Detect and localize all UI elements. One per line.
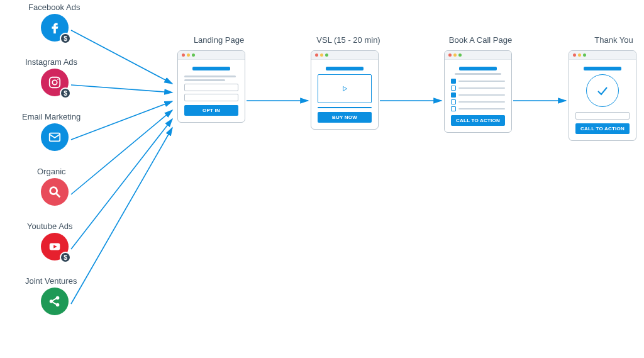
- success-check-icon: [586, 74, 619, 107]
- source-label-share: Joint Ventures: [25, 276, 77, 286]
- search-icon: [41, 178, 69, 206]
- source-label-instagram: Instagram Ads: [25, 57, 77, 67]
- source-label-facebook: Facebook Ads: [28, 3, 80, 12]
- label-thanks: Thank You: [576, 35, 644, 45]
- thanks-button: CALL TO ACTION: [575, 123, 630, 134]
- source-label-email: Email Marketing: [22, 112, 80, 121]
- instagram-icon: $: [41, 69, 69, 96]
- source-label-search: Organic: [37, 167, 66, 176]
- youtube-icon: $: [41, 233, 69, 260]
- label-landing: Landing Page: [181, 35, 257, 45]
- page-landing: OPT IN: [177, 50, 245, 123]
- buynow-button: BUY NOW: [318, 112, 372, 123]
- svg-line-0: [71, 30, 172, 84]
- page-vsl: BUY NOW: [311, 50, 379, 130]
- label-vsl: VSL (15 - 20 min): [311, 35, 386, 45]
- svg-line-2: [71, 101, 172, 140]
- dollar-badge: $: [60, 87, 71, 99]
- book-button: CALL TO ACTION: [451, 115, 505, 126]
- svg-line-5: [71, 128, 172, 304]
- share-icon: [41, 288, 69, 315]
- optin-button: OPT IN: [184, 105, 238, 116]
- email-icon: [41, 123, 69, 151]
- svg-line-1: [71, 85, 172, 92]
- dollar-badge: $: [60, 252, 71, 263]
- svg-point-17: [56, 296, 60, 300]
- svg-point-11: [57, 79, 58, 80]
- svg-line-14: [57, 194, 60, 198]
- svg-point-10: [52, 80, 57, 84]
- svg-line-4: [71, 119, 172, 249]
- svg-point-16: [50, 299, 53, 303]
- source-label-youtube: Youtube Ads: [27, 221, 73, 231]
- label-book: Book A Call Page: [443, 35, 518, 45]
- facebook-icon: $: [41, 14, 69, 42]
- svg-point-13: [50, 187, 57, 194]
- svg-line-3: [71, 110, 172, 194]
- page-book: CALL TO ACTION: [444, 50, 512, 133]
- svg-point-18: [56, 303, 60, 307]
- video-placeholder: [318, 74, 372, 103]
- funnel-diagram: Facebook Ads$Instagram Ads$Email Marketi…: [0, 0, 644, 358]
- svg-rect-9: [50, 77, 60, 88]
- page-thanks: CALL TO ACTION: [569, 50, 636, 141]
- dollar-badge: $: [60, 33, 71, 44]
